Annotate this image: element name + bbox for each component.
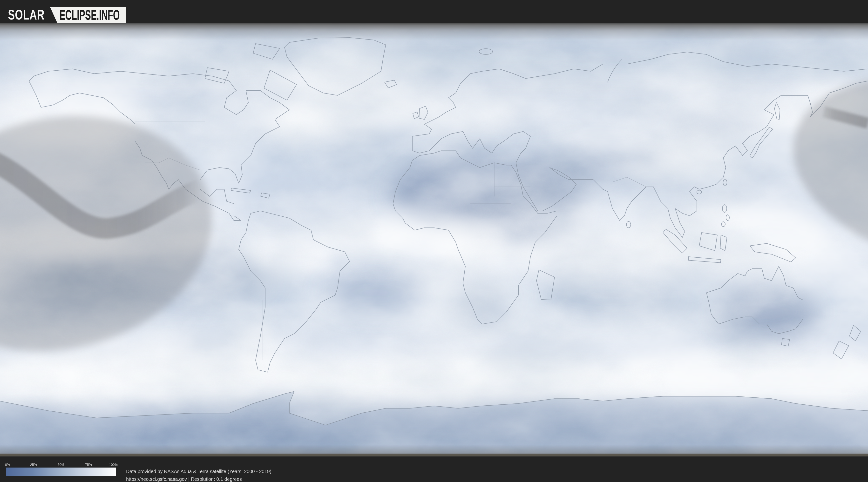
cloud-coverage-map: [0, 23, 868, 456]
credits-line-url: https://neo.sci.gsfc.nasa.gov | Resoluti…: [126, 475, 272, 482]
logo-box: ECLIPSE.INFO: [50, 7, 126, 23]
map-top-edge: [0, 23, 868, 40]
map-bottom-edge: [0, 454, 868, 456]
logo-text-eclipse-info: ECLIPSE.INFO: [60, 7, 120, 23]
legend-tick-50: 50%: [58, 463, 64, 467]
cloud-coverage-legend: 0% 25% 50% 75% 100%: [0, 456, 121, 482]
logo-text-solar: SOLAR: [8, 7, 44, 23]
legend-tick-0: 0%: [5, 463, 10, 467]
data-credits: Data provided by NASAs Aqua & Terra sate…: [126, 468, 272, 482]
legend-tick-75: 75%: [85, 463, 92, 467]
header-bar: SOLAR ECLIPSE.INFO: [0, 0, 868, 23]
site-logo[interactable]: SOLAR ECLIPSE.INFO: [8, 7, 126, 23]
credits-line-source: Data provided by NASAs Aqua & Terra sate…: [126, 468, 272, 475]
world-cloud-map-svg: [0, 23, 868, 456]
footer-bar: 0% 25% 50% 75% 100% Data provided by NAS…: [0, 456, 868, 482]
legend-gradient-bar: [6, 468, 116, 476]
legend-tick-100: 100%: [109, 463, 118, 467]
legend-tick-25: 25%: [30, 463, 37, 467]
